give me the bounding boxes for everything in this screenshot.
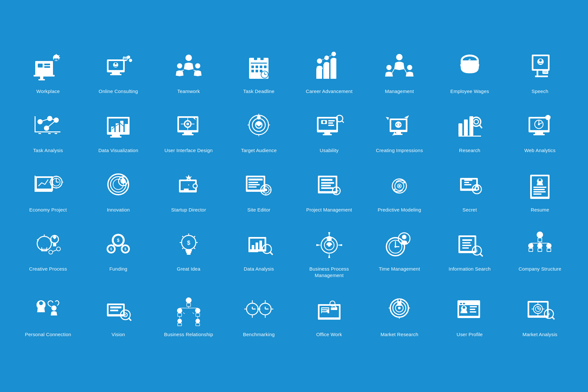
employee-wages-label: Employee Wages xyxy=(450,88,489,95)
icon-cell-vision[interactable]: Vision xyxy=(83,288,154,347)
svg-rect-114 xyxy=(323,134,332,135)
svg-rect-229 xyxy=(259,241,262,249)
icon-cell-personal-connection[interactable]: Personal Connection xyxy=(13,288,83,347)
icon-cell-user-interface-design[interactable]: User Interface Design xyxy=(153,104,224,163)
market-analysis-label: Market Analysis xyxy=(522,331,557,338)
workplace-icon: 12 xyxy=(32,51,64,84)
svg-rect-222 xyxy=(185,250,192,252)
teamwork-icon xyxy=(173,51,205,84)
icon-cell-secret[interactable]: Secret xyxy=(435,163,505,223)
online-consulting-icon xyxy=(102,51,134,84)
svg-line-128 xyxy=(479,125,482,128)
svg-rect-168 xyxy=(248,184,260,185)
icon-cell-time-management[interactable]: Time Management xyxy=(364,222,435,288)
icon-cell-usability[interactable]: Usability xyxy=(294,104,364,163)
svg-point-24 xyxy=(127,56,130,59)
svg-rect-113 xyxy=(324,132,330,134)
icon-cell-data-visualization[interactable]: Data Visualization xyxy=(83,104,154,163)
icon-cell-target-audience[interactable]: Target Audience xyxy=(224,104,294,163)
svg-point-199 xyxy=(539,179,541,181)
icon-cell-market-research[interactable]: Market Research xyxy=(364,288,435,347)
icon-cell-business-relationship[interactable]: Business Relationship xyxy=(153,288,224,347)
icon-cell-company-structure[interactable]: Company Structure xyxy=(505,222,575,288)
icon-cell-task-deadline[interactable]: Task Deadline xyxy=(224,45,294,104)
svg-rect-66 xyxy=(535,76,548,77)
icon-cell-speech[interactable]: mic Speech xyxy=(505,45,575,104)
svg-rect-22 xyxy=(123,58,127,58)
employee-wages-icon: $ xyxy=(454,51,486,84)
svg-text:mic: mic xyxy=(543,70,547,73)
web-analytics-label: Web Analytics xyxy=(524,147,556,154)
icon-cell-startup-director[interactable]: Startup Director xyxy=(153,163,224,223)
svg-text:12: 12 xyxy=(55,58,57,60)
icon-cell-task-analysis[interactable]: Task Analysis xyxy=(13,104,83,163)
svg-rect-76 xyxy=(48,133,51,134)
icon-cell-online-consulting[interactable]: Online Consulting xyxy=(83,45,154,104)
svg-point-320 xyxy=(398,299,400,301)
icon-cell-benchmarking[interactable]: Benchmarking xyxy=(224,288,294,347)
svg-point-243 xyxy=(402,235,406,239)
svg-rect-83 xyxy=(125,124,128,132)
data-visualization-icon xyxy=(102,110,134,143)
svg-point-277 xyxy=(186,297,192,303)
svg-rect-282 xyxy=(196,313,200,316)
svg-rect-35 xyxy=(251,66,254,68)
icon-cell-teamwork[interactable]: Teamwork xyxy=(153,45,224,104)
icon-cell-employee-wages[interactable]: $ Employee Wages xyxy=(435,45,505,104)
svg-text:$: $ xyxy=(468,58,471,63)
svg-rect-166 xyxy=(248,179,263,181)
creative-process-label: Creative Process xyxy=(29,266,67,272)
icon-cell-data-analysis[interactable]: Data Analysis xyxy=(224,222,294,288)
svg-rect-228 xyxy=(256,242,258,249)
svg-rect-188 xyxy=(464,179,472,181)
svg-point-209 xyxy=(49,250,53,254)
svg-point-267 xyxy=(39,301,43,305)
icon-cell-web-analytics[interactable]: Web Analytics xyxy=(505,104,575,163)
svg-point-318 xyxy=(398,307,401,309)
svg-rect-246 xyxy=(462,239,472,241)
icon-cell-site-editor[interactable]: Site Editor xyxy=(224,163,294,223)
icon-cell-project-management[interactable]: Project Management xyxy=(294,163,364,223)
icon-cell-great-idea[interactable]: $ Great Idea xyxy=(153,222,224,288)
svg-rect-40 xyxy=(256,70,258,72)
svg-rect-256 xyxy=(529,248,533,252)
svg-point-101 xyxy=(257,116,261,119)
creating-impressions-label: Creating Impressions xyxy=(376,147,423,154)
icon-cell-user-profile[interactable]: User Profile xyxy=(435,288,505,347)
svg-rect-48 xyxy=(331,59,336,79)
office-work-label: Office Work xyxy=(316,331,342,338)
svg-text:i: i xyxy=(476,248,478,253)
icon-cell-funding[interactable]: $ $ $ Funding xyxy=(83,222,154,288)
creative-process-icon xyxy=(32,229,64,261)
svg-point-283 xyxy=(177,319,182,323)
icon-cell-office-work[interactable]: Office Work xyxy=(294,288,364,347)
icon-cell-economy-project[interactable]: Economy Project xyxy=(13,163,83,223)
svg-point-25 xyxy=(129,59,132,62)
svg-rect-123 xyxy=(458,123,462,136)
svg-point-241 xyxy=(394,246,396,248)
icon-cell-workplace[interactable]: 12 Workplace xyxy=(13,45,83,104)
svg-point-27 xyxy=(177,63,182,68)
svg-rect-248 xyxy=(462,245,471,246)
icon-cell-management[interactable]: Management xyxy=(364,45,435,104)
icon-cell-creative-process[interactable]: Creative Process xyxy=(13,222,83,288)
icon-cell-information-search[interactable]: i Information Search xyxy=(435,222,505,288)
svg-point-54 xyxy=(407,65,412,70)
project-management-icon xyxy=(313,170,345,202)
icon-cell-predictive-modeling[interactable]: Predictive Modeling xyxy=(364,163,435,223)
svg-point-285 xyxy=(195,319,200,323)
svg-line-56 xyxy=(404,69,406,73)
funding-icon: $ $ $ xyxy=(102,229,134,261)
icon-cell-career-advancement[interactable]: Career Advancement xyxy=(294,45,364,104)
icon-cell-creating-impressions[interactable]: Creating Impressions xyxy=(364,104,435,163)
icon-cell-innovation[interactable]: Innovation xyxy=(83,163,154,223)
icon-cell-research[interactable]: Research xyxy=(435,104,505,163)
svg-rect-33 xyxy=(260,56,264,60)
icon-cell-business-process-management[interactable]: Business Process Management xyxy=(294,222,364,288)
icon-cell-market-analysis[interactable]: ¥ Market Analysis xyxy=(505,288,575,347)
svg-rect-272 xyxy=(110,310,118,311)
svg-rect-38 xyxy=(264,66,267,68)
icon-cell-resume[interactable]: Resume xyxy=(505,163,575,223)
svg-rect-227 xyxy=(252,245,254,249)
icon-grid: 12 Workplace Online Consulting xyxy=(0,35,588,357)
